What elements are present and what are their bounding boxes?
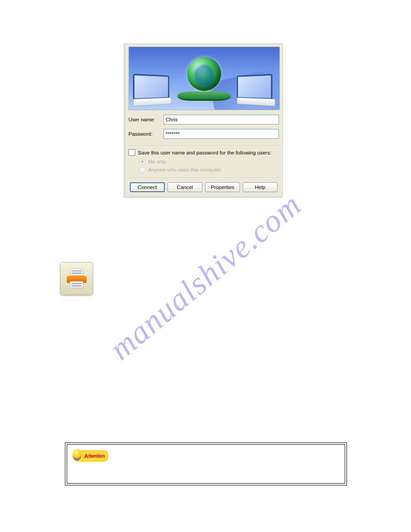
lightbulb-icon xyxy=(73,449,81,461)
password-input[interactable] xyxy=(163,129,279,139)
laptop-right-graphic xyxy=(237,74,275,103)
password-label: Password: xyxy=(128,131,163,137)
attention-label-first: A xyxy=(84,453,88,459)
radio-anyone-label: Anyone who uses this computer xyxy=(148,167,221,172)
radio-me-only-label: Me only xyxy=(148,159,166,164)
attention-box: Attention xyxy=(67,444,345,484)
attention-badge: Attention xyxy=(75,450,108,462)
dialog-banner-image xyxy=(128,47,280,110)
globe-stand-graphic xyxy=(177,91,231,101)
help-button[interactable]: Help xyxy=(243,182,278,192)
connection-dialog: User name: Password: Save this user name… xyxy=(124,43,283,197)
globe-icon xyxy=(187,57,221,91)
radio-me-only xyxy=(139,159,146,165)
username-label: User name: xyxy=(128,117,163,122)
laptop-left-graphic xyxy=(133,74,171,103)
save-credentials-checkbox[interactable] xyxy=(128,149,135,156)
username-input[interactable] xyxy=(163,115,279,124)
cancel-button[interactable]: Cancel xyxy=(167,182,202,192)
watermark-text: manualshive.com xyxy=(103,186,309,367)
print-icon[interactable] xyxy=(60,262,93,295)
save-credentials-label: Save this user name and password for the… xyxy=(138,150,271,155)
connect-button[interactable]: Connect xyxy=(130,182,165,192)
attention-label-rest: ttention xyxy=(88,454,105,459)
radio-anyone xyxy=(139,167,146,173)
properties-button[interactable]: Properties xyxy=(205,182,240,192)
